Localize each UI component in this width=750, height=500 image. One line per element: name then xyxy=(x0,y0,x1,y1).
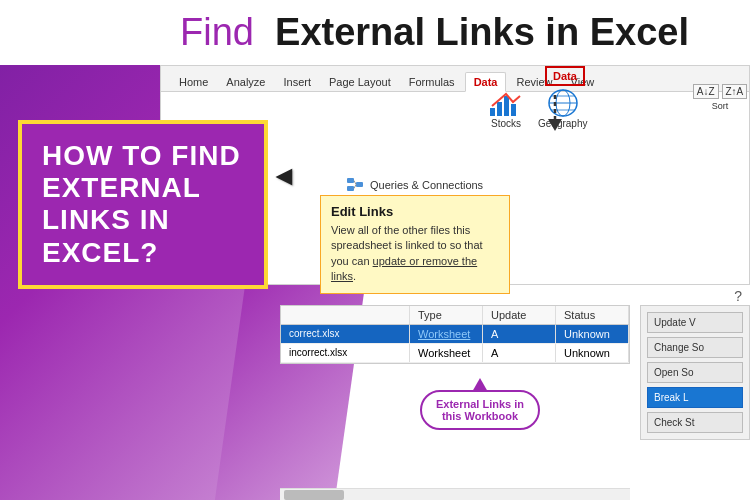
table-row[interactable]: incorrect.xlsx Worksheet A Unknown xyxy=(281,344,629,363)
open-source-button[interactable]: Open So xyxy=(647,362,743,383)
connections-icon xyxy=(346,177,364,193)
svg-rect-6 xyxy=(497,102,502,116)
check-status-button[interactable]: Check St xyxy=(647,412,743,433)
stocks-button[interactable]: Stocks xyxy=(488,88,524,129)
change-source-button[interactable]: Change So xyxy=(647,337,743,358)
svg-line-4 xyxy=(354,185,356,189)
question-mark: ? xyxy=(734,288,742,304)
ribbon-tabs: Home Analyze Insert Page Layout Formulas… xyxy=(161,66,749,92)
svg-rect-7 xyxy=(504,96,509,116)
col-status-header: Status xyxy=(556,306,629,324)
connections-area: Queries & Connections xyxy=(336,174,493,196)
horizontal-scrollbar[interactable] xyxy=(280,488,630,500)
row2-status: Unknown xyxy=(556,344,629,362)
row2-update: A xyxy=(483,344,556,362)
tab-formulas[interactable]: Formulas xyxy=(401,73,463,91)
scrollbar-thumb[interactable] xyxy=(284,490,344,500)
row1-update: A xyxy=(483,325,556,343)
update-values-button[interactable]: Update V xyxy=(647,312,743,333)
svg-rect-8 xyxy=(511,104,516,116)
row1-status: Unknown xyxy=(556,325,629,343)
tab-page-layout[interactable]: Page Layout xyxy=(321,73,399,91)
right-panel: Update V Change So Open So Break L Check… xyxy=(640,305,750,440)
row1-type: Worksheet xyxy=(410,325,483,343)
dashed-arrow-svg xyxy=(545,95,575,135)
edit-links-tooltip: Edit Links View all of the other files t… xyxy=(320,195,510,294)
stocks-label: Stocks xyxy=(491,118,521,129)
title-area: Find External Links in Excel xyxy=(0,0,750,65)
svg-rect-1 xyxy=(347,186,354,191)
page-title: Find External Links in Excel xyxy=(180,11,689,54)
col-update-header: Update xyxy=(483,306,556,324)
break-link-button[interactable]: Break L xyxy=(647,387,743,408)
edit-links-arrow: ◄ xyxy=(270,160,298,192)
svg-line-3 xyxy=(354,181,356,185)
dashed-arrow xyxy=(545,95,575,139)
excel-table: Type Update Status correct.xlsx Workshee… xyxy=(280,305,630,364)
svg-rect-5 xyxy=(490,108,495,116)
tab-insert[interactable]: Insert xyxy=(275,73,319,91)
data-tab-highlight: Data xyxy=(545,66,585,86)
title-find: Find xyxy=(180,11,254,53)
sort-area: A↓Z Z↑A Sort xyxy=(690,78,750,117)
external-links-callout: External Links in this Workbook xyxy=(420,390,540,430)
row2-name: incorrect.xlsx xyxy=(281,344,410,362)
svg-rect-0 xyxy=(347,178,354,183)
svg-rect-2 xyxy=(356,182,363,187)
row2-type: Worksheet xyxy=(410,344,483,362)
table-row[interactable]: correct.xlsx Worksheet A Unknown xyxy=(281,325,629,344)
queries-connections-label[interactable]: Queries & Connections xyxy=(370,179,483,191)
title-rest: External Links in Excel xyxy=(275,11,689,53)
sort-za-button[interactable]: Z↑A xyxy=(722,84,748,99)
tab-home[interactable]: Home xyxy=(171,73,216,91)
svg-marker-15 xyxy=(548,119,562,131)
howto-text: HOW TO FIND EXTERNAL LINKS IN EXCEL? xyxy=(42,140,244,269)
tooltip-body: View all of the other files this spreads… xyxy=(331,223,499,285)
tab-analyze[interactable]: Analyze xyxy=(218,73,273,91)
row1-name: correct.xlsx xyxy=(281,325,410,343)
sort-label: Sort xyxy=(712,101,729,111)
stocks-icon xyxy=(488,88,524,118)
col-name-header xyxy=(281,306,410,324)
col-type-header: Type xyxy=(410,306,483,324)
tooltip-title: Edit Links xyxy=(331,204,499,219)
callout-text-1: External Links in xyxy=(436,398,524,410)
sort-az-button[interactable]: A↓Z xyxy=(693,84,719,99)
howto-box: HOW TO FIND EXTERNAL LINKS IN EXCEL? xyxy=(18,120,268,289)
callout-text-2: this Workbook xyxy=(442,410,518,422)
table-header: Type Update Status xyxy=(281,306,629,325)
